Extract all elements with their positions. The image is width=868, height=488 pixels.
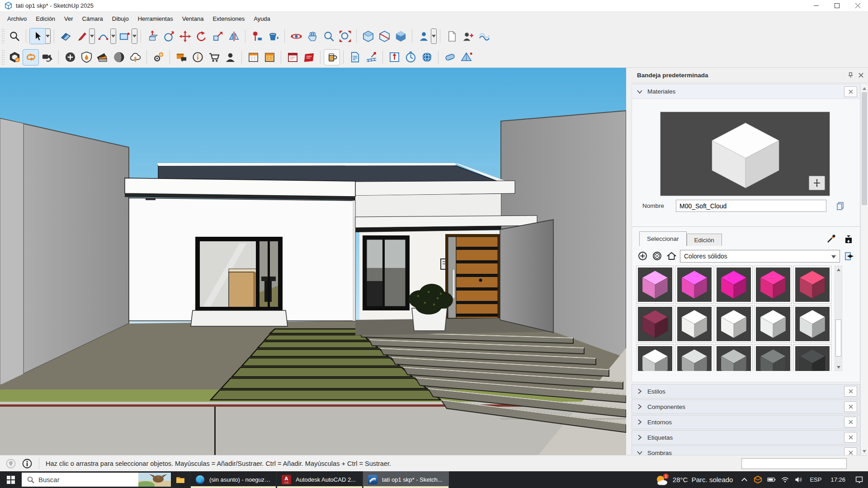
- tab-seleccionar[interactable]: Seleccionar: [639, 231, 687, 246]
- cart-tool[interactable]: [206, 49, 222, 66]
- material-swatch-2[interactable]: [715, 266, 753, 304]
- section-close-button[interactable]: [844, 417, 857, 427]
- tray-expand-button[interactable]: [737, 471, 751, 488]
- trimble-connect-tool[interactable]: [6, 49, 23, 66]
- taskbar-app-sketchup[interactable]: tati op1 skp* - Sketch...: [363, 471, 449, 488]
- push-pull-tool[interactable]: [144, 28, 160, 44]
- material-swatch-7[interactable]: [715, 305, 753, 343]
- material-swatch-3[interactable]: [754, 266, 792, 304]
- model-viewport[interactable]: [0, 68, 626, 455]
- scale-tool[interactable]: [209, 28, 226, 44]
- material-swatch-14[interactable]: [793, 344, 831, 371]
- scroll-down-icon[interactable]: [835, 364, 842, 371]
- checker-sphere-tool[interactable]: [111, 49, 127, 66]
- line-tool[interactable]: [74, 28, 90, 44]
- tray-section-etiquetas[interactable]: Etiquetas: [632, 430, 860, 445]
- tray-section-componentes[interactable]: Componentes: [632, 399, 860, 414]
- material-swatch-13[interactable]: [754, 344, 792, 371]
- eraser-tool[interactable]: [57, 28, 74, 44]
- swatch-scrollbar[interactable]: [835, 266, 842, 371]
- taskbar-weather[interactable]: 1 28°C Parc. soleado: [651, 471, 738, 488]
- material-swatch-0[interactable]: [636, 266, 674, 304]
- in-model-button[interactable]: [665, 250, 677, 262]
- preview-zoom-button[interactable]: [809, 176, 825, 190]
- rectangle-tool[interactable]: [116, 28, 132, 44]
- share-model-tool[interactable]: [460, 28, 476, 44]
- minimize-button[interactable]: [806, 0, 826, 11]
- offset-tool[interactable]: [160, 28, 177, 44]
- duplicate-material-button[interactable]: [833, 200, 848, 212]
- geo-sphere-tool[interactable]: [419, 49, 435, 66]
- material-fan-tool[interactable]: [94, 49, 111, 66]
- menu-herramientas[interactable]: Herramientas: [133, 12, 178, 25]
- tab-edicion[interactable]: Edición: [687, 234, 722, 246]
- add-circle-tool[interactable]: [62, 49, 78, 66]
- action-center-button[interactable]: [850, 471, 868, 488]
- capsule-tool[interactable]: [442, 49, 458, 66]
- feedback-window-tool[interactable]: [173, 49, 189, 66]
- menu-edicion[interactable]: Edición: [31, 12, 60, 25]
- taskbar-app-autocad[interactable]: ACADAutodesk AutoCAD 2...: [276, 471, 363, 488]
- file-explorer-button[interactable]: [171, 471, 190, 488]
- classifier-tool[interactable]: [415, 28, 432, 44]
- export-box-tool[interactable]: [386, 49, 402, 66]
- scroll-up-icon[interactable]: [835, 266, 842, 273]
- report-doc-tool[interactable]: [347, 49, 363, 66]
- battery-button[interactable]: [764, 471, 778, 488]
- material-swatch-12[interactable]: [715, 344, 753, 371]
- taskbar-app-edge[interactable]: (sin asunto) - noeguzz...: [190, 471, 276, 488]
- new-document-tool[interactable]: [443, 28, 460, 44]
- info-circle-tool[interactable]: [189, 49, 206, 66]
- red-label-tool[interactable]: [301, 49, 317, 66]
- calendar-orange-2-tool[interactable]: [261, 49, 278, 66]
- material-swatch-9[interactable]: [793, 305, 831, 343]
- timer-clock-tool[interactable]: [402, 49, 419, 66]
- tray-section-entornos[interactable]: Entornos: [632, 415, 860, 429]
- camera-loop-tool[interactable]: [39, 49, 55, 66]
- zoom-extents-tool[interactable]: [337, 28, 353, 44]
- language-indicator[interactable]: ESP: [805, 476, 826, 483]
- pyramid-tool[interactable]: [458, 49, 474, 66]
- menu-extensiones[interactable]: Extensiones: [208, 12, 249, 25]
- purge-mug-tool[interactable]: [324, 49, 340, 66]
- settings-gears-tool[interactable]: [150, 49, 166, 66]
- material-swatch-6[interactable]: [675, 305, 713, 343]
- section-fill-tool[interactable]: [392, 28, 409, 44]
- menu-camara[interactable]: Cámara: [78, 12, 108, 25]
- tray-section-sombras[interactable]: Sombras: [632, 446, 860, 455]
- start-button[interactable]: [0, 471, 22, 488]
- material-swatch-1[interactable]: [675, 266, 713, 304]
- select-tool[interactable]: [29, 28, 46, 44]
- tray-scrollbar[interactable]: [860, 84, 868, 455]
- position-camera-tool[interactable]: [249, 28, 265, 44]
- paint-bucket-tool[interactable]: [265, 28, 281, 44]
- maximize-button[interactable]: [826, 0, 847, 11]
- collection-select[interactable]: Colores sólidos: [680, 250, 840, 263]
- menu-ventana[interactable]: Ventana: [178, 12, 208, 25]
- tray-close-icon[interactable]: [858, 72, 864, 79]
- viewport-canvas[interactable]: [0, 68, 626, 455]
- section-close-button[interactable]: [844, 432, 857, 443]
- close-button[interactable]: [847, 0, 868, 11]
- shield-drop-tool[interactable]: [78, 49, 94, 66]
- previous-collection-button[interactable]: [651, 250, 663, 262]
- pin-icon[interactable]: [847, 72, 854, 79]
- material-swatch-5[interactable]: [636, 305, 674, 343]
- zoom-tool[interactable]: [321, 28, 337, 44]
- material-name-input[interactable]: [676, 200, 826, 212]
- detach-pane-button[interactable]: [843, 250, 856, 263]
- search-highlight-image[interactable]: [138, 473, 171, 487]
- section-plane-tool[interactable]: [360, 28, 376, 44]
- section-display-tool[interactable]: [376, 28, 392, 44]
- menu-ver[interactable]: Ver: [60, 12, 78, 25]
- calendar-red-tool[interactable]: [284, 49, 301, 66]
- rotate-tool[interactable]: [193, 28, 209, 44]
- tray-section-estilos[interactable]: Estilos: [632, 384, 860, 399]
- volume-button[interactable]: [792, 471, 805, 488]
- sketchup-tray-button[interactable]: [751, 471, 764, 488]
- geolocation-icon[interactable]: [5, 458, 16, 469]
- search-tool[interactable]: [6, 28, 23, 44]
- measurements-input[interactable]: [741, 458, 847, 469]
- pan-tool[interactable]: [304, 28, 321, 44]
- tray-scroll-up-icon[interactable]: [861, 85, 868, 92]
